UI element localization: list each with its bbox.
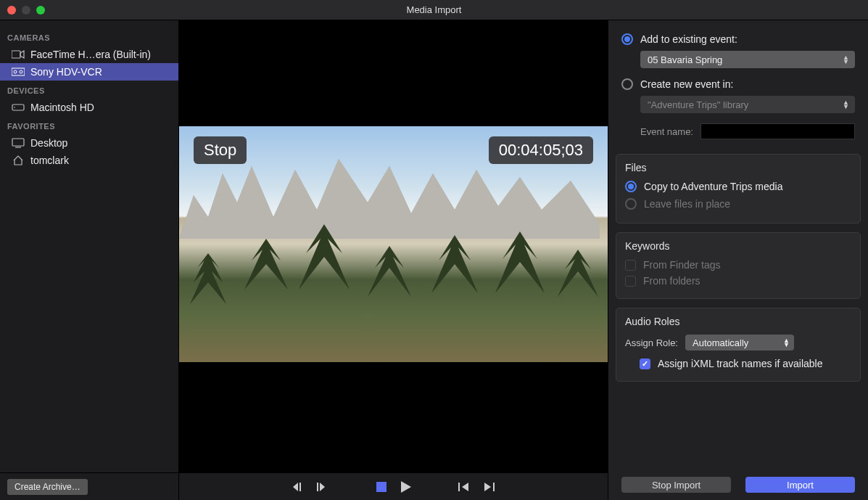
checkbox-finder-tags[interactable] bbox=[625, 260, 636, 271]
chevron-updown-icon: ▲▼ bbox=[843, 55, 849, 64]
sidebar-item-facetime[interactable]: FaceTime H…era (Built-in) bbox=[0, 46, 178, 63]
tape-icon bbox=[12, 67, 25, 77]
previous-button[interactable] bbox=[457, 480, 471, 494]
sidebar-header-cameras: CAMERAS bbox=[0, 28, 178, 46]
sidebar-item-label: Desktop bbox=[30, 137, 67, 149]
new-event-library-select[interactable]: "Adventure Trips" library ▲▼ bbox=[640, 96, 855, 113]
files-title: Files bbox=[625, 162, 851, 173]
checkbox-ixml[interactable] bbox=[640, 358, 650, 369]
sidebar-item-home[interactable]: tomclark bbox=[0, 152, 178, 169]
sidebar-item-label: Sony HDV-VCR bbox=[30, 66, 102, 78]
files-panel: Files Copy to Adventure Trips media Leav… bbox=[616, 154, 861, 224]
copy-files-label: Copy to Adventure Trips media bbox=[644, 181, 782, 192]
transport-bar bbox=[179, 472, 608, 500]
sidebar-header-favorites: FAVORITES bbox=[0, 116, 178, 134]
window-minimize-button[interactable] bbox=[22, 6, 30, 15]
existing-event-value: 05 Bavaria Spring bbox=[648, 54, 722, 65]
svg-point-3 bbox=[20, 70, 22, 73]
svg-rect-6 bbox=[12, 139, 24, 146]
window-close-button[interactable] bbox=[7, 6, 16, 15]
sidebar-item-desktop[interactable]: Desktop bbox=[0, 134, 178, 152]
finder-tags-label: From Finder tags bbox=[643, 259, 721, 271]
event-name-label: Event name: bbox=[640, 126, 693, 137]
sidebar: CAMERAS FaceTime H…era (Built-in) Sony H… bbox=[0, 20, 179, 500]
assign-role-value: Automatically bbox=[693, 337, 748, 348]
svg-rect-12 bbox=[493, 483, 495, 491]
svg-rect-10 bbox=[376, 482, 387, 492]
sidebar-header-devices: DEVICES bbox=[0, 81, 178, 99]
viewer-panel: Stop 00:04:05;03 bbox=[179, 20, 608, 500]
inspector-panel: Add to existing event: 05 Bavaria Spring… bbox=[608, 20, 868, 500]
svg-rect-9 bbox=[317, 483, 318, 491]
home-icon bbox=[12, 155, 25, 165]
disk-icon bbox=[12, 102, 25, 112]
next-button[interactable] bbox=[481, 480, 496, 494]
radio-existing-event[interactable] bbox=[621, 33, 633, 45]
audio-roles-title: Audio Roles bbox=[625, 316, 851, 327]
radio-copy-files[interactable] bbox=[625, 181, 637, 192]
import-button[interactable]: Import bbox=[745, 477, 855, 493]
chevron-updown-icon: ▲▼ bbox=[783, 338, 790, 347]
fast-forward-button[interactable] bbox=[316, 480, 331, 494]
stop-import-button[interactable]: Stop Import bbox=[621, 477, 731, 493]
sidebar-item-label: FaceTime H…era (Built-in) bbox=[30, 49, 151, 60]
svg-point-5 bbox=[14, 107, 15, 108]
keywords-panel: Keywords From Finder tags From folders bbox=[616, 232, 861, 299]
keywords-title: Keywords bbox=[625, 240, 851, 252]
window-title: Media Import bbox=[0, 4, 868, 15]
svg-rect-11 bbox=[458, 483, 460, 491]
svg-rect-0 bbox=[12, 51, 20, 58]
sidebar-item-macintosh-hd[interactable]: Macintosh HD bbox=[0, 99, 178, 116]
assign-role-select[interactable]: Automatically ▲▼ bbox=[685, 335, 794, 351]
timecode-display: 00:04:05;03 bbox=[489, 136, 593, 164]
create-archive-button[interactable]: Create Archive… bbox=[7, 479, 88, 495]
titlebar: Media Import bbox=[0, 0, 868, 20]
existing-event-select[interactable]: 05 Bavaria Spring ▲▼ bbox=[640, 51, 855, 68]
radio-new-event[interactable] bbox=[621, 78, 633, 90]
ixml-label: Assign iXML track names if available bbox=[658, 358, 822, 369]
checkbox-from-folders[interactable] bbox=[625, 276, 636, 287]
audio-roles-panel: Audio Roles Assign Role: Automatically ▲… bbox=[616, 308, 861, 382]
play-button[interactable] bbox=[399, 480, 413, 494]
leave-files-label: Leave files in place bbox=[644, 198, 730, 210]
sidebar-item-label: Macintosh HD bbox=[30, 102, 94, 113]
new-event-label: Create new event in: bbox=[640, 78, 733, 90]
sidebar-item-label: tomclark bbox=[30, 155, 69, 166]
from-folders-label: From folders bbox=[643, 275, 700, 287]
chevron-updown-icon: ▲▼ bbox=[843, 100, 849, 109]
existing-event-label: Add to existing event: bbox=[640, 33, 737, 45]
rewind-button[interactable] bbox=[292, 480, 306, 494]
svg-point-2 bbox=[14, 70, 17, 73]
camera-icon bbox=[12, 49, 25, 60]
window-zoom-button[interactable] bbox=[36, 6, 45, 15]
new-event-library-value: "Adventure Trips" library bbox=[648, 99, 748, 110]
desktop-icon bbox=[12, 138, 25, 148]
radio-leave-files[interactable] bbox=[625, 198, 637, 210]
event-name-input[interactable] bbox=[700, 123, 855, 139]
sidebar-item-sony-hdv[interactable]: Sony HDV-VCR bbox=[0, 63, 178, 81]
assign-role-label: Assign Role: bbox=[625, 337, 678, 348]
svg-rect-8 bbox=[299, 483, 301, 491]
stop-recording-button[interactable]: Stop bbox=[194, 136, 247, 164]
stop-button[interactable] bbox=[374, 480, 389, 494]
